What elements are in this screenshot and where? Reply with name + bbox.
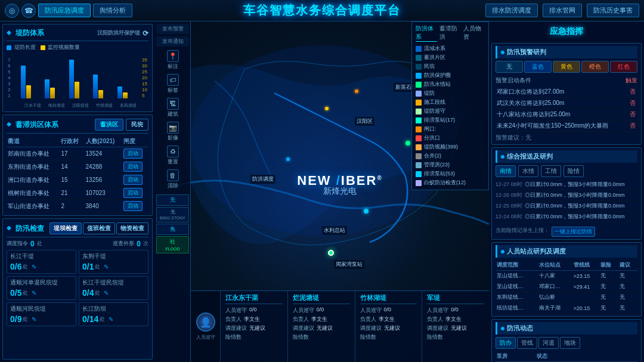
badge-free[interactable]: 免 (156, 224, 189, 235)
report-date-2: 12-25 08时 (496, 202, 522, 210)
wl-blue[interactable]: 蓝色 (524, 61, 552, 73)
check-item-yangtze: 长江干堤 0/6 处 ✎ (7, 250, 76, 274)
legend-text-pump: 排涝泵站(17) (424, 116, 455, 124)
layer-clear[interactable]: 🗑 清除 (156, 168, 189, 191)
start-btn-1[interactable]: 启动 (123, 162, 143, 172)
wl-none[interactable]: 无 (496, 61, 523, 73)
map-point-1 (405, 141, 410, 146)
station-card-1: 烂泥塘堤 人员巡守 0/0 负责人 李文生 调度建议 无建议 (288, 291, 355, 362)
legend-color-embankment (416, 91, 422, 97)
nav-news-analysis[interactable]: 舆情分析 (93, 4, 132, 17)
report-date-1: 12-26 08时 (496, 191, 522, 199)
warning-dot (501, 51, 504, 54)
layer-label[interactable]: 🏷 标签 (156, 73, 189, 95)
cell-action-2[interactable]: 启动 (122, 174, 148, 187)
start-btn-4[interactable]: 启动 (123, 201, 143, 211)
tongshun-count: 0/5 (10, 288, 21, 298)
upload-btn[interactable]: 一键上报近防情 (552, 227, 595, 237)
dt-prevention[interactable]: 防办 (496, 337, 516, 349)
nav-drainage[interactable]: 排水防涝调度 (485, 4, 538, 17)
cell-pop-0: 13524 (85, 147, 123, 160)
tab-folk-dyke[interactable]: 民垸 (126, 119, 148, 131)
bar-yellow-2 (75, 82, 79, 98)
station-card-2: 竹林湖堤 人员巡守 0/0 负责人 李文生 调度建议 无建议 (355, 291, 423, 362)
badge-flood[interactable]: 社FLOOD (156, 236, 189, 253)
val-count-3: 0/0 (451, 307, 459, 314)
layer-building[interactable]: 🏗 建筑 (156, 97, 189, 119)
dynamic-panel: 防汛动态 防办 管线 河道 地块 泵房 状态 周家河泵站 开泵2 (491, 319, 642, 362)
val-suggest-0: 无建议 (249, 324, 265, 332)
badge-none-1[interactable]: 无 (156, 194, 189, 206)
start-btn-2[interactable]: 启动 (123, 175, 143, 185)
dt-river[interactable]: 河道 (538, 337, 559, 349)
refresh-icon[interactable]: ⟳ (143, 29, 148, 38)
warning-row-3: 未来24小时可能发生150~250mm的大暴雨 否 (496, 120, 637, 132)
fst-system[interactable]: 防洪体系 (416, 24, 437, 42)
dt-land[interactable]: 地块 (560, 337, 580, 349)
nav-flood-dispatch[interactable]: 防汛应急调度 (38, 4, 91, 17)
cell-action-0[interactable]: 启动 (122, 147, 148, 160)
dcell-0-3: 无 (599, 271, 618, 281)
bar-blue-4 (117, 86, 122, 98)
cell-street-4: 军山街道办事处 (7, 200, 60, 213)
rt-water[interactable]: 水情 (518, 165, 538, 177)
start-btn-0[interactable]: 启动 (123, 148, 143, 159)
nav-drainage-net[interactable]: 排水管网 (543, 4, 582, 17)
legend-color-folk (416, 64, 422, 70)
yangtze-folk-edit[interactable]: ✎ (104, 290, 109, 296)
fst-storage[interactable]: 蓄滞防洪 (439, 24, 461, 42)
wl-red[interactable]: 红色 (610, 61, 637, 73)
cell-action-4[interactable]: 启动 (122, 200, 148, 213)
tongshun-title: 通顺河单退民垸堤 (10, 279, 73, 287)
embankment-title: 堤防体系 汉阳防洪圩保护堤 ⟳ (7, 27, 148, 41)
start-btn-3[interactable]: 启动 (123, 188, 143, 198)
wl-yellow[interactable]: 黄色 (553, 61, 580, 73)
warning-row-1: 武汉关水位将达到25.00m 否 (496, 98, 637, 109)
tongshun-folk-edit[interactable]: ✎ (32, 316, 36, 323)
flood-zones-label: 蓄滞洪区体系 (16, 120, 58, 129)
col-action: 闸度 (122, 136, 148, 147)
legend-text-patrol: 堤防巡守 (424, 107, 445, 115)
bar-yellow-0 (26, 85, 31, 98)
nav-history[interactable]: 防汛历史事害 (587, 4, 639, 17)
cell-action-3[interactable]: 启动 (122, 187, 148, 200)
station-row-risk-2: 险情数 (360, 333, 417, 341)
reset-label: 重置 (168, 158, 178, 166)
nav-left: ◎ ☎ 防汛应急调度 舆情分析 (5, 4, 132, 18)
badge-bing[interactable]: 无BING STONY (156, 207, 189, 222)
tongshun-edit[interactable]: ✎ (32, 290, 36, 296)
bar-group-0 (21, 66, 42, 98)
warning-section-header: 防汛预警研判 (496, 46, 637, 58)
yangtze-folk-count: 0/4 (82, 288, 94, 298)
rt-south[interactable]: 南情 (496, 165, 516, 177)
warning-value-0: 否 (628, 86, 637, 98)
legend-text-construction: 施工段线 (424, 98, 445, 106)
rt-risk[interactable]: 险情 (564, 165, 584, 177)
cell-village-2: 15 (60, 174, 84, 187)
cell-action-1[interactable]: 启动 (122, 160, 148, 174)
dongjing-edit[interactable]: ✎ (104, 264, 109, 270)
tab-embankment-check[interactable]: 堤坝检查 (49, 222, 82, 234)
compass-icon: ◎ (5, 4, 19, 18)
layer-annotation[interactable]: 📍 标注 (156, 49, 189, 72)
dt-pipeline[interactable]: 管线 (517, 337, 537, 349)
tab-material-check[interactable]: 物资检查 (116, 222, 148, 234)
tab-flood-zone[interactable]: 蓄洪区 (95, 119, 123, 131)
station-row-suggest-0: 调度建议 无建议 (225, 324, 283, 332)
fst-personnel[interactable]: 人员物资 (463, 24, 485, 42)
tab-duty-check[interactable]: 值班检查 (83, 222, 115, 234)
yangtze-dam-edit[interactable]: ✎ (109, 316, 113, 323)
yangtze-edit[interactable]: ✎ (32, 264, 36, 270)
map-point-3 (328, 250, 334, 256)
wl-orange[interactable]: 橙色 (581, 61, 609, 73)
layer-image[interactable]: 📷 影像 (156, 120, 189, 143)
flood-check-title: 防汛检查 堤坝检查 值班检查 物资检查 (7, 221, 148, 237)
report-item-3: 12-24 08时 ◎日累计0.0mm，预报3小时降雨量0.0mm (496, 212, 637, 222)
rt-work[interactable]: 工情 (541, 165, 561, 177)
publish-warning-btn[interactable]: 发布预警 (156, 24, 189, 34)
dcell-1-0: 至山堤线… (496, 281, 538, 292)
layer-reset[interactable]: ♻ 重置 (156, 144, 189, 167)
station-row-risk-0: 险情数 (225, 333, 283, 341)
dynamic-section-header: 防汛动态 (496, 322, 637, 335)
publish-msg-btn[interactable]: 发布通知 (156, 36, 189, 47)
